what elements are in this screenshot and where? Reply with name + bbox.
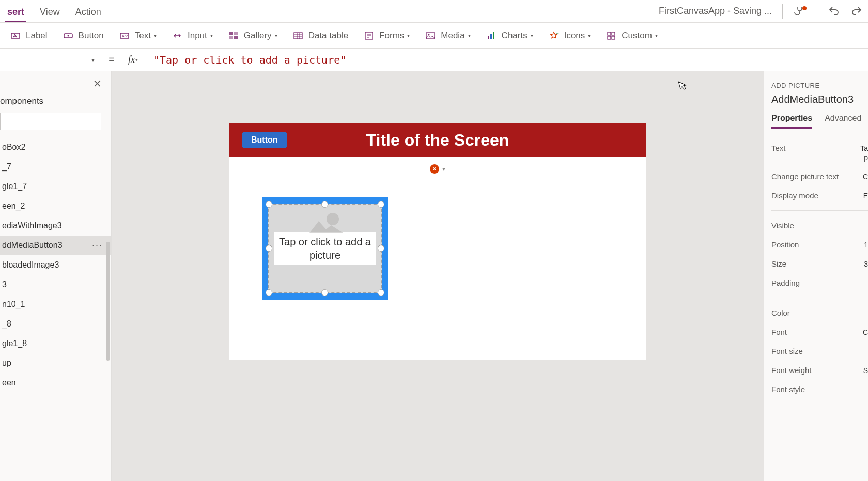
tree-item[interactable]: een	[0, 373, 111, 393]
prop-font-weight[interactable]: Font weight S	[771, 361, 868, 380]
resize-handle[interactable]	[321, 201, 328, 208]
tab-insert[interactable]: sert	[5, 3, 26, 22]
ribbon-gallery-text: Gallery	[244, 30, 272, 41]
prop-value: C	[863, 173, 868, 181]
fx-button[interactable]: fx ▾	[121, 49, 145, 71]
separator	[771, 298, 868, 298]
tree-item-label: ediaWithImage3	[2, 221, 62, 230]
props-tabs: Properties Advanced	[771, 114, 868, 129]
notification-dot	[802, 6, 807, 10]
tab-advanced[interactable]: Advanced	[825, 114, 861, 129]
ribbon-custom[interactable]: Custom ▾	[606, 30, 658, 41]
tree-item-selected[interactable]: ddMediaButton3 ···	[0, 236, 111, 255]
tree-item-label: ddMediaButton3	[2, 241, 63, 250]
add-picture-inner[interactable]: Tap or click to add a picture	[268, 204, 382, 293]
tree-item[interactable]: _7	[0, 157, 111, 177]
resize-handle[interactable]	[266, 245, 272, 252]
tree-item[interactable]: up	[0, 353, 111, 373]
prop-label: Position	[771, 240, 799, 249]
chevron-down-icon: ▾	[442, 165, 445, 173]
ribbon-label[interactable]: Label	[10, 30, 48, 41]
input-icon	[172, 30, 182, 41]
tree-item[interactable]: n10_1	[0, 294, 111, 314]
svg-text:Abc: Abc	[122, 34, 129, 38]
prop-font[interactable]: Font C	[771, 322, 868, 342]
close-icon[interactable]: ✕	[93, 77, 102, 90]
tree-item[interactable]: gle1_8	[0, 334, 111, 353]
svg-rect-6	[234, 32, 238, 35]
undo-icon[interactable]	[828, 5, 840, 18]
prop-padding[interactable]: Padding	[771, 273, 868, 292]
resize-handle[interactable]	[378, 201, 384, 208]
resize-handle[interactable]	[378, 289, 384, 296]
charts-icon	[486, 30, 497, 41]
prop-label: Padding	[771, 278, 800, 287]
screen-title: Title of the Screen	[229, 131, 646, 150]
svg-rect-20	[488, 36, 489, 39]
ribbon-charts[interactable]: Charts ▾	[486, 30, 533, 41]
tree-item[interactable]: een_2	[0, 196, 111, 216]
more-icon[interactable]: ···	[92, 240, 103, 251]
svg-rect-18	[426, 33, 435, 39]
prop-size[interactable]: Size 3	[771, 254, 868, 273]
ribbon-media[interactable]: Media ▾	[425, 30, 470, 41]
prop-value: p	[864, 153, 868, 162]
formula-input[interactable]: "Tap or click to add a picture"	[145, 54, 868, 66]
chevron-down-icon: ▾	[91, 56, 95, 64]
ribbon-icons[interactable]: + Icons ▾	[549, 30, 591, 41]
canvas-area[interactable]: Button Title of the Screen × ▾ Tap or cl…	[112, 71, 764, 481]
tree-item[interactable]: gle1_7	[0, 177, 111, 196]
resize-handle[interactable]	[266, 201, 272, 208]
app-screen[interactable]: Button Title of the Screen × ▾ Tap or cl…	[229, 123, 646, 360]
tree-search-input[interactable]	[0, 113, 101, 130]
chevron-down-icon: ▾	[275, 33, 277, 38]
title-toolbar: FirstCanvasApp - Saving ...	[659, 4, 863, 19]
tree-item[interactable]: ediaWithImage3	[0, 216, 111, 236]
label-icon	[10, 30, 21, 41]
tree-item[interactable]: oBox2	[0, 137, 111, 157]
resize-handle[interactable]	[321, 289, 328, 296]
prop-visible[interactable]: Visible	[771, 216, 868, 235]
ribbon-gallery[interactable]: Gallery ▾	[228, 30, 277, 41]
ribbon-forms-text: Forms	[379, 30, 404, 41]
tree-item[interactable]: 3	[0, 275, 111, 294]
svg-point-2	[67, 35, 69, 36]
scrollbar-thumb[interactable]	[106, 242, 110, 361]
screen-header: Button Title of the Screen	[229, 123, 646, 157]
ribbon-input[interactable]: Input ▾	[172, 30, 213, 41]
property-selector[interactable]: ▾	[0, 49, 102, 71]
tab-properties[interactable]: Properties	[771, 114, 812, 129]
svg-point-28	[327, 213, 339, 225]
svg-rect-24	[608, 32, 611, 35]
prop-change-picture-text[interactable]: Change picture text C	[771, 167, 868, 186]
control-name[interactable]: AddMediaButton3	[771, 94, 868, 105]
chevron-down-icon: ▾	[531, 33, 533, 38]
svg-rect-8	[234, 36, 238, 39]
screen-button[interactable]: Button	[242, 132, 287, 148]
tree-item[interactable]: _8	[0, 314, 111, 334]
tree-item-label: _7	[2, 162, 11, 172]
ribbon-button[interactable]: Button	[63, 30, 104, 41]
tab-action[interactable]: Action	[73, 3, 103, 22]
resize-handle[interactable]	[378, 245, 384, 252]
tree-item-label: gle1_8	[2, 339, 27, 348]
tree-item[interactable]: bloadedImage3	[0, 255, 111, 275]
prop-font-size[interactable]: Font size	[771, 342, 868, 361]
ribbon-text[interactable]: Abc Text ▾	[119, 30, 157, 41]
prop-font-style[interactable]: Font style	[771, 380, 868, 399]
prop-color[interactable]: Color	[771, 303, 868, 322]
resize-handle[interactable]	[266, 289, 272, 296]
icons-icon: +	[549, 30, 559, 41]
ribbon-datatable[interactable]: Data table	[293, 30, 349, 41]
add-picture-control[interactable]: Tap or click to add a picture	[262, 197, 388, 300]
redo-icon[interactable]	[850, 5, 863, 18]
ribbon-forms[interactable]: Forms ▾	[364, 30, 410, 41]
control-type-label: ADD PICTURE	[771, 82, 868, 89]
health-icon[interactable]	[793, 5, 807, 18]
equals-sign: =	[102, 54, 121, 66]
prop-position[interactable]: Position 1	[771, 235, 868, 254]
error-indicator[interactable]: × ▾	[229, 164, 646, 174]
prop-display-mode[interactable]: Display mode E	[771, 186, 868, 205]
add-picture-text: Tap or click to add a picture	[274, 232, 377, 265]
tab-view[interactable]: View	[38, 3, 62, 22]
